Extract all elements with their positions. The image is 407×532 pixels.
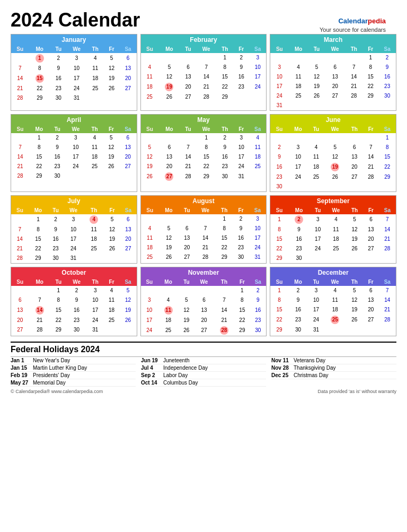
calendar-day [194,286,214,295]
day-header-fr: Fr [233,206,249,214]
calendar-day: 4 [86,133,103,143]
calendar-day: 10 [141,305,158,316]
holiday-row: Sep 2Labor Day [141,372,266,379]
calendar-day: 6 [11,295,29,305]
calendar-day: 23 [378,82,396,91]
calendar-day [104,325,120,335]
calendar-day: 21 [11,162,29,171]
calendar-day: 21 [11,244,29,254]
holiday-row: Feb 19Presidents' Day [11,372,136,379]
calendar-day: 2 [270,143,288,152]
calendar-day: 27 [11,325,29,335]
day-header-we: We [324,278,346,286]
calendar-day: 31 [67,93,87,103]
calendar-day [158,53,180,63]
calendar-day: 18 [87,73,104,84]
calendar-day: 18 [249,152,266,162]
calendar-day: 10 [249,224,267,233]
calendar-day: 10 [64,225,83,234]
calendar-day [119,325,136,335]
calendar-day: 7 [195,224,216,233]
calendar-day: 9 [49,143,66,152]
footer-disclaimer: Data provided 'as is' without warranty [317,389,396,394]
calendar-day: 20 [346,162,363,172]
calendar-day: 17 [288,162,308,172]
calendar-day: 6 [179,224,195,233]
month-header-november: November [141,267,267,278]
calendar-day: 29 [216,252,233,262]
day-header-we: We [326,206,346,214]
calendar-day: 5 [119,286,136,295]
calendar-day: 31 [64,254,83,263]
month-october: OctoberSuMoTuWeThFrSa1234567891011121314… [11,267,137,336]
calendar-day: 29 [270,325,288,335]
calendar-day: 16 [233,233,249,243]
calendar-day: 8 [29,64,50,73]
calendar-day: 17 [141,316,158,325]
calendar-day: 4 [249,133,266,143]
calendar-day [308,101,325,110]
calendar-day: 23 [216,162,233,171]
day-header-fr: Fr [363,125,379,133]
calendar-day: 24 [87,316,104,325]
calendar-day: 28 [195,252,216,262]
calendar-day [179,214,195,224]
calendar-day: 24 [249,243,267,252]
calendar-day: 24 [308,315,324,325]
day-header-tu: Tu [49,125,66,133]
calendar-day: 28 [11,254,29,263]
calendar-day: 12 [104,64,120,73]
calendar-day [159,214,179,224]
calendar-day: 25 [326,244,346,254]
day-header-su: Su [141,206,159,214]
calendar-day [346,101,363,110]
calendar-day: 7 [196,63,216,72]
calendar-day: 23 [50,84,66,93]
calendar-day: 16 [233,72,249,82]
calendar-day: 17 [64,234,83,244]
calendar-day: 25 [86,162,103,171]
calendar-day: 4 [83,214,104,225]
calendar-day: 23 [67,316,87,325]
month-september: SeptemberSuMoTuWeThFrSa12345678910111213… [270,195,396,264]
calendar-day: 7 [214,295,234,305]
holiday-row: Nov 11Veterans Day [271,357,396,364]
calendar-day: 12 [159,233,179,243]
calendar-day: 7 [379,214,396,225]
calendar-day: 28 [11,171,29,181]
calendar-day: 21 [29,316,50,325]
footer: © Calendarpedia® www.calendarpedia.com D… [11,389,396,394]
holidays-col-2: Jun 19JuneteenthJul 4Independence DaySep… [141,357,266,387]
day-header-sa: Sa [249,45,266,53]
day-header-mo: Mo [158,45,180,53]
day-header-sa: Sa [379,125,396,133]
day-header-th: Th [216,45,233,53]
day-header-tu: Tu [179,206,195,214]
calendar-day: 10 [87,295,104,305]
calendar-day: 25 [141,252,159,262]
calendar-day: 29 [29,254,48,263]
holiday-row: Jan 15Martin Luther King Day [11,364,136,372]
calendar-day: 1 [362,53,378,63]
calendar-day: 20 [119,73,136,84]
day-header-sa: Sa [250,278,266,286]
calendar-day: 4 [141,224,159,233]
calendar-day: 28 [363,172,379,182]
day-header-fr: Fr [362,45,378,53]
calendar-day: 30 [270,182,288,191]
calendar-day: 2 [250,286,266,295]
calendar-day [66,171,86,181]
calendar-day: 1 [379,133,396,143]
calendar-day [180,133,196,143]
calendar-day: 9 [288,295,308,305]
calendar-day [83,254,104,263]
calendar-day [308,53,325,63]
calendar-day [119,171,137,181]
calendar-day: 9 [67,295,87,305]
day-header-we: We [67,278,87,286]
day-header-we: We [64,206,83,214]
day-header-we: We [195,206,216,214]
calendar-day: 3 [308,286,324,295]
calendar-day: 21 [214,316,234,325]
holiday-name: Columbus Day [163,380,198,386]
